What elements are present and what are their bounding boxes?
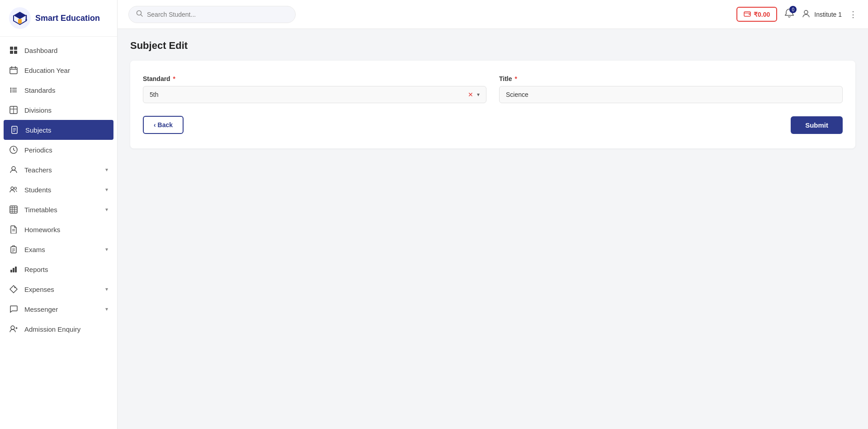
svg-rect-39 [15, 267, 17, 272]
svg-line-45 [141, 14, 143, 16]
sidebar-item-exams[interactable]: Exams ▾ [0, 239, 117, 259]
grid-icon [9, 46, 18, 55]
person-icon [9, 165, 18, 174]
standard-field-group: Standard * 5th ✕ ▾ [143, 75, 486, 103]
user-info[interactable]: Institute 1 [802, 9, 842, 19]
required-star: * [513, 75, 517, 82]
sidebar-item-reports[interactable]: Reports [0, 259, 117, 279]
form-card: Standard * 5th ✕ ▾ Title * ‹ [130, 61, 855, 148]
header-right: ₹0.00 0 Institute 1 ⋮ [736, 7, 857, 22]
search-box[interactable] [128, 6, 296, 23]
svg-point-10 [10, 90, 12, 91]
svg-point-41 [11, 326, 14, 329]
standard-value: 5th [150, 91, 464, 98]
sidebar-nav: Dashboard Education Year Standards Divis… [0, 37, 117, 429]
clear-standard-icon[interactable]: ✕ [468, 91, 473, 98]
sidebar-item-subjects[interactable]: Subjects [4, 120, 113, 140]
sidebar-item-students[interactable]: Students ▾ [0, 180, 117, 200]
svg-rect-38 [13, 268, 14, 272]
svg-point-24 [14, 187, 17, 190]
logo-icon [9, 7, 31, 29]
sidebar-item-homeworks[interactable]: Homeworks [0, 219, 117, 239]
sidebar-item-divisions[interactable]: Divisions [0, 100, 117, 120]
sidebar-item-education-year[interactable]: Education Year [0, 60, 117, 80]
svg-rect-5 [10, 51, 13, 54]
sidebar-item-label: Homeworks [24, 226, 60, 234]
user-name: Institute 1 [814, 11, 842, 18]
sidebar-item-teachers[interactable]: Teachers ▾ [0, 160, 117, 180]
standard-label: Standard * [143, 75, 486, 82]
more-options-button[interactable]: ⋮ [849, 10, 857, 19]
svg-rect-4 [14, 47, 17, 50]
svg-rect-1 [18, 19, 22, 24]
sidebar-item-label: Education Year [24, 67, 70, 74]
sidebar-item-label: Students [24, 186, 51, 194]
svg-point-48 [804, 10, 808, 14]
title-field-group: Title * [499, 75, 843, 103]
svg-point-12 [10, 91, 12, 93]
svg-rect-37 [10, 270, 12, 272]
main-content: Subject Edit Standard * 5th ✕ ▾ [118, 29, 868, 429]
header: ₹0.00 0 Institute 1 ⋮ [118, 0, 868, 29]
chat-icon [9, 305, 18, 314]
sidebar-item-label: Messenger [24, 305, 58, 313]
sidebar-item-periodics[interactable]: Periodics [0, 140, 117, 160]
svg-rect-33 [11, 247, 16, 253]
sidebar-item-expenses[interactable]: Expenses ▾ [0, 279, 117, 299]
sidebar-item-label: Reports [24, 266, 48, 273]
notification-button[interactable]: 0 [784, 8, 794, 20]
bar-chart-icon [9, 265, 18, 274]
person-add-icon [9, 324, 18, 334]
sidebar-item-dashboard[interactable]: Dashboard [0, 40, 117, 60]
people-icon [9, 185, 18, 194]
chevron-down-icon: ▾ [105, 286, 108, 292]
submit-button[interactable]: Submit [791, 116, 843, 134]
chevron-down-icon: ▾ [105, 246, 108, 253]
title-label: Title * [499, 75, 843, 82]
svg-point-40 [14, 287, 16, 288]
sidebar-item-label: Teachers [24, 166, 52, 174]
svg-rect-47 [749, 14, 750, 15]
sidebar-item-messenger[interactable]: Messenger ▾ [0, 299, 117, 319]
standard-select[interactable]: 5th ✕ ▾ [143, 86, 486, 103]
file-icon [9, 225, 18, 234]
table-icon [9, 105, 18, 114]
required-star: * [171, 75, 175, 82]
sidebar-item-label: Periodics [24, 146, 52, 154]
back-button[interactable]: ‹ Back [143, 116, 184, 134]
svg-point-2 [25, 19, 27, 21]
sidebar-logo: Smart Education [0, 0, 117, 37]
calendar-icon [9, 66, 18, 75]
main-area: ₹0.00 0 Institute 1 ⋮ Subject Edit [118, 0, 868, 429]
chevron-down-icon: ▾ [105, 306, 108, 312]
page-title: Subject Edit [130, 40, 855, 52]
chevron-down-icon: ▾ [105, 206, 108, 213]
app-name: Smart Education [35, 14, 100, 23]
notification-badge: 0 [789, 6, 797, 13]
form-actions: ‹ Back Submit [143, 116, 843, 134]
svg-point-8 [10, 88, 12, 89]
sidebar-item-admission-enquiry[interactable]: Admission Enquiry [0, 319, 117, 339]
clipboard-icon [9, 245, 18, 254]
svg-rect-6 [14, 51, 17, 54]
form-row: Standard * 5th ✕ ▾ Title * [143, 75, 843, 103]
sidebar-item-label: Expenses [24, 286, 54, 293]
svg-point-22 [12, 167, 15, 170]
title-input[interactable] [499, 86, 843, 103]
search-input[interactable] [147, 11, 288, 18]
wallet-button[interactable]: ₹0.00 [736, 7, 777, 22]
svg-rect-7 [10, 67, 17, 74]
chevron-down-icon: ▾ [105, 186, 108, 193]
book-icon [10, 125, 19, 134]
sidebar: Smart Education Dashboard Education Year… [0, 0, 118, 429]
svg-rect-3 [10, 47, 13, 50]
list-icon [9, 86, 18, 95]
timetable-icon [9, 205, 18, 214]
sidebar-item-timetables[interactable]: Timetables ▾ [0, 200, 117, 219]
wallet-icon [744, 10, 751, 18]
dropdown-icon[interactable]: ▾ [477, 91, 480, 98]
svg-point-23 [11, 187, 14, 190]
sidebar-item-standards[interactable]: Standards [0, 80, 117, 100]
wallet-amount: ₹0.00 [754, 11, 770, 18]
clock-icon [9, 145, 18, 154]
